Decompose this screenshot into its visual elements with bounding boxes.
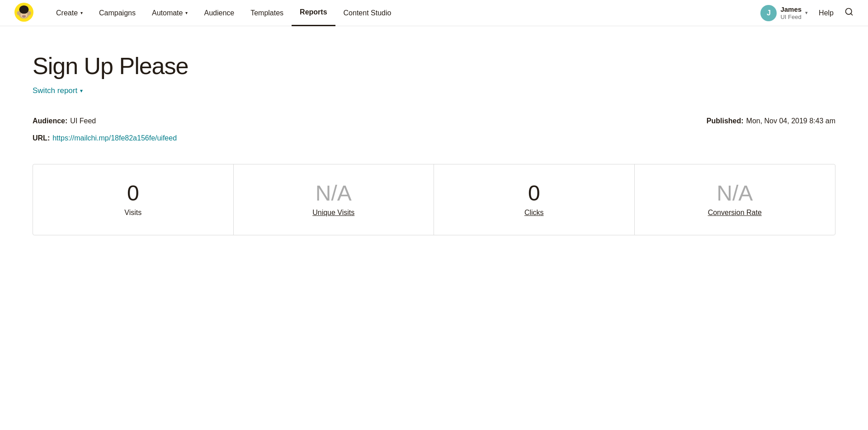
main-nav: Create ▾ Campaigns Automate ▾ Audience T… <box>0 0 868 26</box>
search-icon[interactable] <box>844 7 854 19</box>
page-title: Sign Up Please <box>33 53 835 79</box>
avatar: J <box>760 5 777 21</box>
published-label: Published: <box>707 117 744 125</box>
switch-report-button[interactable]: Switch report ▾ <box>33 86 83 95</box>
unique-visits-value: N/A <box>316 182 352 204</box>
user-name: James <box>780 5 802 14</box>
chevron-down-icon: ▾ <box>80 10 83 15</box>
nav-item-campaigns[interactable]: Campaigns <box>91 0 144 26</box>
url-label: URL: <box>33 134 50 142</box>
help-link[interactable]: Help <box>819 9 834 17</box>
nav-item-content-studio[interactable]: Content Studio <box>335 0 400 26</box>
url-row: URL: https://mailchi.mp/18fe82a156fe/uif… <box>33 134 835 142</box>
conversion-rate-value: N/A <box>717 182 753 204</box>
svg-point-9 <box>28 11 31 15</box>
published-value: Mon, Nov 04, 2019 8:43 am <box>746 117 835 125</box>
audience-value: UI Feed <box>70 117 96 125</box>
svg-point-7 <box>22 15 26 17</box>
chevron-down-icon: ▾ <box>80 88 83 94</box>
svg-point-10 <box>19 5 29 13</box>
user-menu[interactable]: J James UI Feed ▾ <box>760 5 808 21</box>
audience-row: Audience: UI Feed <box>33 117 96 125</box>
clicks-label[interactable]: Clicks <box>524 209 544 217</box>
nav-item-templates[interactable]: Templates <box>242 0 292 26</box>
stat-visits: 0 Visits <box>33 164 234 235</box>
user-details: James UI Feed <box>780 5 802 21</box>
audience-label: Audience: <box>33 117 67 125</box>
main-content: Sign Up Please Switch report ▾ Audience:… <box>0 26 868 262</box>
visits-value: 0 <box>127 182 139 204</box>
stat-clicks: 0 Clicks <box>434 164 635 235</box>
nav-item-audience[interactable]: Audience <box>196 0 242 26</box>
user-org: UI Feed <box>780 14 802 21</box>
svg-line-12 <box>851 14 853 15</box>
meta-section: Audience: UI Feed Published: Mon, Nov 04… <box>33 117 835 142</box>
svg-point-8 <box>17 11 20 15</box>
unique-visits-label[interactable]: Unique Visits <box>312 209 354 217</box>
nav-item-create[interactable]: Create ▾ <box>48 0 91 26</box>
nav-items: Create ▾ Campaigns Automate ▾ Audience T… <box>48 0 760 26</box>
nav-item-reports[interactable]: Reports <box>292 0 335 26</box>
logo[interactable] <box>14 3 48 23</box>
conversion-rate-label[interactable]: Conversion Rate <box>708 209 762 217</box>
chevron-down-icon: ▾ <box>805 10 808 16</box>
clicks-value: 0 <box>528 182 540 204</box>
nav-right: J James UI Feed ▾ Help <box>760 5 854 21</box>
stats-grid: 0 Visits N/A Unique Visits 0 Clicks N/A … <box>33 164 835 235</box>
stat-unique-visits: N/A Unique Visits <box>234 164 434 235</box>
url-value[interactable]: https://mailchi.mp/18fe82a156fe/uifeed <box>52 134 177 142</box>
visits-label: Visits <box>124 209 142 217</box>
stat-conversion-rate: N/A Conversion Rate <box>635 164 835 235</box>
published-row: Published: Mon, Nov 04, 2019 8:43 am <box>707 117 835 125</box>
chevron-down-icon: ▾ <box>185 10 188 15</box>
nav-item-automate[interactable]: Automate ▾ <box>144 0 196 26</box>
meta-top-row: Audience: UI Feed Published: Mon, Nov 04… <box>33 117 835 130</box>
